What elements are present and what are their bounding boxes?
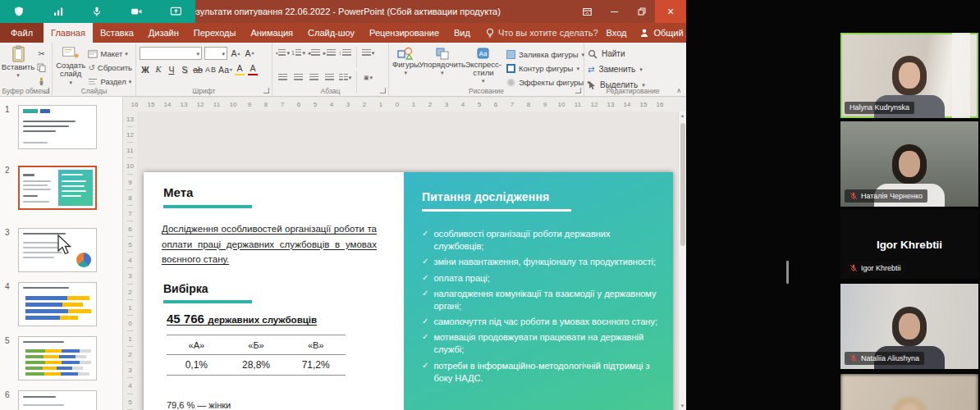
category-table[interactable]: «А» «Б» «В» 0,1% 28,8% 71,2% bbox=[167, 335, 346, 376]
panel-divider-handle[interactable] bbox=[786, 261, 789, 284]
quick-styles-button[interactable]: Аа Экспресс-стили ▾ bbox=[465, 45, 501, 84]
stat-women[interactable]: 79,6 % — жінки bbox=[167, 400, 231, 410]
shapes-button[interactable]: Фигуры ▾ bbox=[392, 45, 419, 75]
dropdown-caret-icon: ▾ bbox=[370, 75, 373, 80]
italic-button[interactable]: К bbox=[153, 63, 164, 75]
font-name-select[interactable]: ▾ bbox=[140, 47, 202, 60]
tab-dizayn[interactable]: Дизайн bbox=[141, 23, 186, 43]
font-color-button[interactable]: А bbox=[247, 63, 259, 75]
slide-thumbnail-5[interactable] bbox=[18, 336, 97, 380]
format-painter-button[interactable] bbox=[34, 75, 48, 87]
ruler-number: 12 bbox=[192, 101, 208, 108]
tab-perekhody[interactable]: Переходы bbox=[186, 23, 244, 43]
tab-animatsiya[interactable]: Анимация bbox=[243, 23, 300, 43]
arrange-button[interactable]: Упорядочить ▾ bbox=[419, 45, 465, 75]
slide-meta-text[interactable]: Дослідження особливостей організації роб… bbox=[162, 221, 377, 267]
change-case-button[interactable]: Аа▾ bbox=[218, 63, 232, 75]
dialog-launcher-icon[interactable] bbox=[380, 88, 386, 93]
bold-button[interactable]: Ж bbox=[140, 63, 151, 75]
line-spacing-button[interactable]: ↕ bbox=[338, 47, 352, 59]
replace-button[interactable]: ⇄ Заменить ▾ bbox=[588, 63, 678, 75]
shape-fill-button[interactable]: Заливка фигуры ▾ bbox=[506, 48, 590, 60]
slide-editor[interactable]: Мета Дослідження особливостей організаці… bbox=[144, 172, 673, 410]
scroll-up-icon[interactable]: ▲ bbox=[679, 112, 686, 120]
accent-bar bbox=[163, 300, 252, 303]
tab-file[interactable]: Файл bbox=[0, 23, 44, 43]
align-right-button[interactable] bbox=[307, 71, 321, 84]
underline-button[interactable]: Ч bbox=[166, 63, 177, 75]
numbering-button[interactable]: 1▾ bbox=[291, 47, 305, 59]
check-icon: ✓ bbox=[422, 228, 428, 253]
sample-size-line[interactable]: 45 766 державних службовців bbox=[167, 312, 317, 326]
highlight-color-button[interactable]: А bbox=[234, 63, 245, 75]
cut-button[interactable]: ✂ bbox=[34, 48, 48, 59]
decrease-indent-button[interactable]: ◂ bbox=[307, 47, 321, 59]
align-center-button[interactable] bbox=[291, 71, 305, 84]
question-item: ✓мотивація продовжувати працювати на дер… bbox=[422, 331, 662, 356]
increase-indent-button[interactable]: ▸ bbox=[323, 47, 337, 59]
copy-icon bbox=[37, 63, 46, 72]
shape-outline-button[interactable]: Контур фигуры ▾ bbox=[506, 62, 590, 74]
restore-button[interactable] bbox=[628, 0, 655, 23]
slide-thumbnail-2-selected[interactable] bbox=[18, 166, 97, 210]
ribbon-display-options-button[interactable] bbox=[574, 0, 601, 23]
clipboard-icon bbox=[11, 45, 26, 62]
slide-thumbnail-4[interactable] bbox=[18, 282, 97, 326]
shrink-font-button[interactable]: А▾ bbox=[244, 47, 255, 59]
participant-video-halyna[interactable]: Halyna Kudrynska bbox=[840, 33, 978, 118]
text-direction-button[interactable]: ▾ bbox=[361, 47, 375, 59]
blurred-background bbox=[840, 374, 978, 410]
share-screen-icon[interactable] bbox=[170, 6, 182, 17]
tab-vid[interactable]: Вид bbox=[446, 23, 478, 43]
ruler-number: 3 bbox=[123, 268, 137, 284]
participant-video-nataliya-chernenko[interactable]: Наталія Черненко bbox=[840, 121, 978, 207]
section-button[interactable]: Раздел ▾ bbox=[88, 75, 132, 88]
slide-heading-sample[interactable]: Вибірка bbox=[163, 282, 208, 295]
dialog-launcher-icon[interactable] bbox=[575, 88, 581, 93]
strikethrough-button[interactable]: ab bbox=[192, 63, 204, 75]
participant-video-5[interactable] bbox=[840, 374, 978, 410]
tab-glavnaya[interactable]: Главная bbox=[44, 23, 93, 43]
sign-in-button[interactable]: Вход bbox=[607, 28, 627, 38]
convert-to-smartart-button[interactable]: ▣▾ bbox=[361, 71, 375, 84]
columns-button[interactable]: ▾ bbox=[338, 71, 352, 84]
check-icon: ✓ bbox=[422, 331, 428, 356]
bullets-button[interactable]: •▾ bbox=[276, 47, 290, 59]
character-spacing-button[interactable]: АВ bbox=[205, 63, 217, 75]
mic-icon[interactable] bbox=[91, 6, 103, 17]
new-slide-button[interactable]: Создать слайд ▾ bbox=[56, 45, 85, 85]
copy-button[interactable] bbox=[34, 61, 48, 73]
minimize-button[interactable] bbox=[601, 0, 628, 23]
collapse-ribbon-button[interactable]: ∧ bbox=[676, 87, 681, 94]
align-left-button[interactable] bbox=[276, 71, 290, 84]
scroll-down-icon[interactable]: ▼ bbox=[679, 402, 686, 410]
text-shadow-button[interactable]: S bbox=[179, 63, 190, 75]
signal-icon[interactable] bbox=[53, 6, 64, 17]
slide-heading-meta[interactable]: Мета bbox=[163, 185, 193, 199]
participant-video-nataliia-aliushyna[interactable]: Nataliia Aliushyna bbox=[840, 284, 978, 369]
vertical-scrollbar[interactable]: ▲ ▼ bbox=[678, 112, 686, 410]
justify-button[interactable] bbox=[323, 71, 337, 84]
slide-thumbnail-6[interactable] bbox=[18, 390, 97, 410]
shape-fill-label: Заливка фигуры bbox=[519, 50, 579, 59]
paste-button[interactable]: Вставить ▾ bbox=[3, 45, 33, 78]
layout-button[interactable]: Макет ▾ bbox=[88, 48, 132, 60]
slide-thumbnail-1[interactable] bbox=[18, 105, 97, 149]
find-button[interactable]: Найти bbox=[588, 48, 678, 60]
tab-slide-show[interactable]: Слайд-шоу bbox=[300, 23, 362, 43]
dialog-launcher-icon[interactable] bbox=[44, 88, 49, 93]
close-button[interactable]: × bbox=[655, 0, 686, 23]
shield-icon[interactable] bbox=[13, 6, 25, 17]
tab-vstavka[interactable]: Вставка bbox=[93, 23, 141, 43]
slide-right-panel[interactable]: Питання дослідження ✓особливості організ… bbox=[404, 172, 673, 410]
participant-video-igor-khrebtii[interactable]: Igor Khrebtii Igor Khrebtii bbox=[840, 210, 978, 279]
reset-button[interactable]: ↺ Сбросить bbox=[88, 61, 132, 74]
scrollbar-thumb[interactable] bbox=[680, 123, 685, 246]
tell-me-box[interactable]: Что вы хотите сделать? bbox=[478, 23, 607, 43]
dialog-launcher-icon[interactable] bbox=[263, 88, 269, 93]
font-size-select[interactable]: ▾ bbox=[204, 47, 227, 60]
grow-font-button[interactable]: А▴ bbox=[230, 47, 241, 59]
shape-effects-button[interactable]: Эффекты фигуры ▾ bbox=[506, 76, 590, 88]
tab-retsenzirovanie[interactable]: Рецензирование bbox=[362, 23, 446, 43]
camera-icon[interactable] bbox=[131, 6, 143, 17]
